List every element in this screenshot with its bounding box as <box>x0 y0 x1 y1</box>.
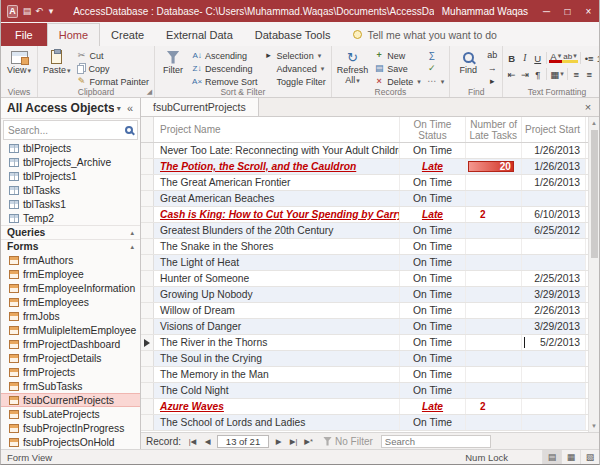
cell-project-start[interactable] <box>522 383 586 398</box>
nav-item-tblTasks[interactable]: tblTasks <box>1 183 140 197</box>
ribbon-tab-file[interactable]: File <box>1 23 47 46</box>
nav-item-fsubProjectInProgress[interactable]: fsubProjectInProgress <box>1 421 140 435</box>
form-view-button[interactable]: ▤ <box>542 450 561 464</box>
cell-number-of-late-tasks[interactable] <box>466 319 522 334</box>
record-selector[interactable] <box>141 287 154 302</box>
nav-item-frmAuthors[interactable]: frmAuthors <box>1 253 140 267</box>
record-selector[interactable] <box>141 383 154 398</box>
cell-project-start[interactable] <box>522 255 586 270</box>
paste-button[interactable]: Paste <box>40 48 74 77</box>
cell-project-name[interactable]: Azure Waves <box>154 399 400 414</box>
nav-item-frmProjectDashboard[interactable]: frmProjectDashboard <box>1 337 140 351</box>
cell-number-of-late-tasks[interactable]: 2 <box>466 207 522 222</box>
cell-number-of-late-tasks[interactable] <box>466 191 522 206</box>
cell-on-time-status[interactable]: Late <box>400 159 466 174</box>
nav-item-frmEmployees[interactable]: frmEmployees <box>1 295 140 309</box>
nav-item-frmEmployeeInformation[interactable]: frmEmployeeInformation <box>1 281 140 295</box>
cell-on-time-status[interactable]: Late <box>400 399 466 414</box>
cell-on-time-status[interactable]: On Time <box>400 415 466 430</box>
cell-number-of-late-tasks[interactable]: 20 <box>466 159 522 174</box>
scroll-down-icon[interactable]: ▼ <box>589 420 599 432</box>
cell-number-of-late-tasks[interactable] <box>466 223 522 238</box>
descending-button[interactable]: Z↓ Descending <box>189 62 261 75</box>
datasheet-view-button[interactable]: ▦ <box>561 450 580 464</box>
cell-on-time-status[interactable]: On Time <box>400 367 466 382</box>
record-selector[interactable] <box>141 335 154 350</box>
document-tab-fsubcurrentprojects[interactable]: fsubCurrentProjects <box>141 98 259 116</box>
record-selector[interactable] <box>141 367 154 382</box>
ribbon-tab-create[interactable]: Create <box>100 23 155 46</box>
bullets-button[interactable]: •≡ <box>583 51 596 65</box>
cell-project-start[interactable] <box>522 399 586 414</box>
ascending-button[interactable]: A↓ Ascending <box>189 49 261 62</box>
last-record-button[interactable]: ▶| <box>286 434 301 449</box>
nav-item-fsubCurrentProjects[interactable]: fsubCurrentProjects <box>1 393 140 407</box>
first-record-button[interactable]: |◀ <box>185 434 200 449</box>
new-blank-record-button[interactable]: ▶* <box>301 434 316 449</box>
previous-record-button[interactable]: ◀ <box>200 434 215 449</box>
cell-project-name[interactable]: The Cold Night <box>154 383 400 398</box>
nav-item-frmProjectDetails[interactable]: frmProjectDetails <box>1 351 140 365</box>
advanced-button[interactable]: Advanced <box>261 62 329 75</box>
cell-project-start[interactable]: 6/25/2012 <box>522 223 586 238</box>
cell-number-of-late-tasks[interactable] <box>466 287 522 302</box>
record-selector[interactable] <box>141 415 154 430</box>
cell-on-time-status[interactable]: On Time <box>400 223 466 238</box>
cell-project-start[interactable] <box>522 415 586 430</box>
record-selector[interactable] <box>141 351 154 366</box>
layout-view-button[interactable]: ▧ <box>580 450 599 464</box>
cell-project-name[interactable]: Willow of Dream <box>154 303 400 318</box>
cell-project-name[interactable]: The Potion, the Scroll, and the Cauldron <box>154 159 400 174</box>
decrease-indent-button[interactable]: ⇤ <box>505 67 518 81</box>
record-selector[interactable] <box>141 223 154 238</box>
record-selector[interactable] <box>141 207 154 222</box>
cell-project-start[interactable]: 5/2/2013 <box>522 335 586 350</box>
cell-on-time-status[interactable]: On Time <box>400 255 466 270</box>
vertical-scrollbar[interactable]: ▲ ▼ <box>588 117 599 432</box>
select-all-cell[interactable] <box>141 117 154 142</box>
cell-project-start[interactable]: 2/26/2013 <box>522 303 586 318</box>
filter-indicator[interactable]: No Filter <box>323 436 373 447</box>
cell-project-start[interactable]: 1/26/2013 <box>522 143 586 158</box>
nav-item-tblTasks1[interactable]: tblTasks1 <box>1 197 140 211</box>
cell-project-name[interactable]: Growing Up Nobody <box>154 287 400 302</box>
column-header-project-start[interactable]: Project Start <box>522 117 586 142</box>
nav-item-frmSubTasks[interactable]: frmSubTasks <box>1 379 140 393</box>
nav-item-tblProjects_Archive[interactable]: tblProjects_Archive <box>1 155 140 169</box>
column-header-project-name[interactable]: Project Name <box>154 117 400 142</box>
record-selector[interactable] <box>141 239 154 254</box>
nav-item-frmMulipleItemEmployee[interactable]: frmMulipleItemEmployee <box>1 323 140 337</box>
cell-on-time-status[interactable]: On Time <box>400 383 466 398</box>
cell-project-start[interactable]: 3/29/2013 <box>522 319 586 334</box>
cell-project-start[interactable]: 1/26/2013 <box>522 159 586 174</box>
document-close-icon[interactable]: × <box>577 98 599 116</box>
cell-on-time-status[interactable]: On Time <box>400 239 466 254</box>
cell-project-name[interactable]: Greatest Blunders of the 20th Century <box>154 223 400 238</box>
cell-on-time-status[interactable]: On Time <box>400 143 466 158</box>
cell-on-time-status[interactable]: On Time <box>400 175 466 190</box>
record-selector[interactable] <box>141 175 154 190</box>
signed-in-user[interactable]: Muhammad Waqas <box>442 6 528 17</box>
record-selector[interactable] <box>141 399 154 414</box>
quick-access-undo-icon[interactable]: ↶ <box>33 6 45 16</box>
align-center-button[interactable]: ≡ <box>583 67 596 81</box>
cell-number-of-late-tasks[interactable]: 2 <box>466 399 522 414</box>
selection-button[interactable]: ▸ Selection <box>261 49 329 62</box>
italic-button[interactable]: I <box>518 51 531 65</box>
view-button[interactable]: View <box>3 48 35 77</box>
cell-number-of-late-tasks[interactable] <box>466 255 522 270</box>
cell-project-name[interactable]: The Light of Heat <box>154 255 400 270</box>
nav-item-Temp2[interactable]: Temp2 <box>1 211 140 225</box>
copy-button[interactable]: Copy <box>74 62 153 75</box>
cell-on-time-status[interactable]: On Time <box>400 351 466 366</box>
spelling-button[interactable]: ✓ <box>424 62 448 75</box>
cell-number-of-late-tasks[interactable] <box>466 143 522 158</box>
find-button[interactable]: Find <box>452 48 484 77</box>
nav-item-tblProjects[interactable]: tblProjects <box>1 141 140 155</box>
cell-project-start[interactable] <box>522 239 586 254</box>
nav-item-frmEmployee[interactable]: frmEmployee <box>1 267 140 281</box>
nav-pane-menu-icon[interactable]: ▾ <box>114 104 124 113</box>
minimize-button[interactable]: ─ <box>536 0 557 22</box>
cell-number-of-late-tasks[interactable] <box>466 351 522 366</box>
cell-project-start[interactable] <box>522 351 586 366</box>
